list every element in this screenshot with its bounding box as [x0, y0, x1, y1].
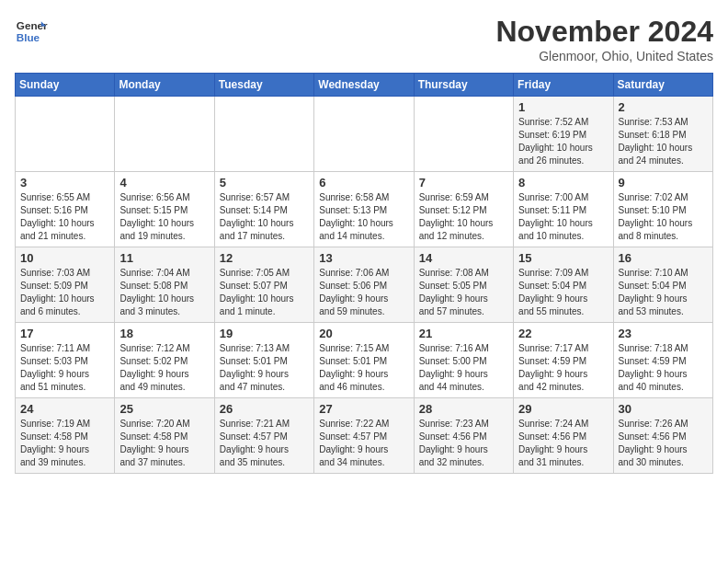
calendar-cell: 23Sunrise: 7:18 AM Sunset: 4:59 PM Dayli… [613, 323, 712, 398]
day-detail: Sunrise: 7:24 AM Sunset: 4:56 PM Dayligh… [518, 418, 608, 469]
day-number: 21 [419, 327, 508, 340]
day-number: 26 [220, 402, 309, 416]
day-detail: Sunrise: 6:55 AM Sunset: 5:16 PM Dayligh… [20, 191, 109, 243]
calendar-cell: 18Sunrise: 7:12 AM Sunset: 5:02 PM Dayli… [115, 323, 214, 398]
header-cell-saturday: Saturday [613, 74, 712, 97]
day-number: 23 [619, 327, 708, 340]
day-number: 17 [20, 327, 109, 340]
calendar-cell [414, 97, 513, 172]
calendar-cell: 27Sunrise: 7:22 AM Sunset: 4:57 PM Dayli… [314, 398, 414, 474]
calendar-cell: 21Sunrise: 7:16 AM Sunset: 5:00 PM Dayli… [414, 323, 513, 398]
day-detail: Sunrise: 7:13 AM Sunset: 5:01 PM Dayligh… [220, 342, 309, 394]
day-detail: Sunrise: 7:04 AM Sunset: 5:08 PM Dayligh… [119, 267, 209, 318]
calendar-week-4: 17Sunrise: 7:11 AM Sunset: 5:03 PM Dayli… [16, 323, 713, 398]
day-number: 6 [319, 176, 408, 190]
logo-icon: General Blue [15, 15, 48, 48]
header-cell-friday: Friday [514, 74, 613, 97]
calendar-cell: 1Sunrise: 7:52 AM Sunset: 6:19 PM Daylig… [514, 97, 613, 172]
calendar-cell: 5Sunrise: 6:57 AM Sunset: 5:14 PM Daylig… [214, 172, 313, 247]
header-cell-tuesday: Tuesday [214, 74, 313, 97]
header-cell-wednesday: Wednesday [314, 74, 414, 97]
day-number: 19 [220, 327, 309, 340]
day-number: 4 [119, 176, 209, 190]
calendar-cell: 7Sunrise: 6:59 AM Sunset: 5:12 PM Daylig… [414, 172, 513, 247]
day-number: 8 [518, 176, 608, 190]
calendar-cell: 14Sunrise: 7:08 AM Sunset: 5:05 PM Dayli… [414, 247, 513, 323]
calendar-cell: 22Sunrise: 7:17 AM Sunset: 4:59 PM Dayli… [514, 323, 613, 398]
header-cell-monday: Monday [115, 74, 214, 97]
month-title: November 2024 [495, 15, 713, 49]
day-number: 22 [518, 327, 608, 340]
calendar-cell: 20Sunrise: 7:15 AM Sunset: 5:01 PM Dayli… [314, 323, 414, 398]
day-number: 11 [119, 251, 209, 265]
day-number: 13 [319, 251, 408, 265]
day-detail: Sunrise: 7:10 AM Sunset: 5:04 PM Dayligh… [619, 267, 708, 318]
calendar-cell: 17Sunrise: 7:11 AM Sunset: 5:03 PM Dayli… [16, 323, 115, 398]
day-detail: Sunrise: 6:58 AM Sunset: 5:13 PM Dayligh… [319, 191, 408, 243]
day-detail: Sunrise: 6:57 AM Sunset: 5:14 PM Dayligh… [220, 191, 309, 243]
day-detail: Sunrise: 7:15 AM Sunset: 5:01 PM Dayligh… [319, 342, 408, 394]
day-detail: Sunrise: 7:09 AM Sunset: 5:04 PM Dayligh… [518, 267, 608, 318]
day-detail: Sunrise: 7:08 AM Sunset: 5:05 PM Dayligh… [419, 267, 508, 318]
day-detail: Sunrise: 7:00 AM Sunset: 5:11 PM Dayligh… [518, 191, 608, 243]
day-detail: Sunrise: 7:03 AM Sunset: 5:09 PM Dayligh… [20, 267, 109, 318]
day-detail: Sunrise: 7:23 AM Sunset: 4:56 PM Dayligh… [419, 418, 508, 469]
day-number: 20 [319, 327, 408, 340]
day-number: 24 [20, 402, 109, 416]
day-detail: Sunrise: 7:20 AM Sunset: 4:58 PM Dayligh… [119, 418, 209, 469]
calendar-week-5: 24Sunrise: 7:19 AM Sunset: 4:58 PM Dayli… [16, 398, 713, 474]
calendar-body: 1Sunrise: 7:52 AM Sunset: 6:19 PM Daylig… [16, 97, 713, 474]
day-detail: Sunrise: 7:06 AM Sunset: 5:06 PM Dayligh… [319, 267, 408, 318]
day-number: 9 [619, 176, 708, 190]
day-detail: Sunrise: 7:22 AM Sunset: 4:57 PM Dayligh… [319, 418, 408, 469]
day-number: 2 [619, 100, 708, 114]
day-number: 1 [518, 100, 608, 114]
day-detail: Sunrise: 7:52 AM Sunset: 6:19 PM Dayligh… [518, 116, 608, 167]
day-detail: Sunrise: 7:02 AM Sunset: 5:10 PM Dayligh… [619, 191, 708, 243]
calendar-cell: 28Sunrise: 7:23 AM Sunset: 4:56 PM Dayli… [414, 398, 513, 474]
day-detail: Sunrise: 7:19 AM Sunset: 4:58 PM Dayligh… [20, 418, 109, 469]
day-number: 29 [518, 402, 608, 416]
calendar-cell: 12Sunrise: 7:05 AM Sunset: 5:07 PM Dayli… [214, 247, 313, 323]
day-number: 3 [20, 176, 109, 190]
day-detail: Sunrise: 7:53 AM Sunset: 6:18 PM Dayligh… [619, 116, 708, 167]
day-number: 30 [619, 402, 708, 416]
calendar-week-1: 1Sunrise: 7:52 AM Sunset: 6:19 PM Daylig… [16, 97, 713, 172]
calendar-cell: 25Sunrise: 7:20 AM Sunset: 4:58 PM Dayli… [115, 398, 214, 474]
calendar-cell: 10Sunrise: 7:03 AM Sunset: 5:09 PM Dayli… [16, 247, 115, 323]
day-number: 10 [20, 251, 109, 265]
day-number: 12 [220, 251, 309, 265]
day-number: 18 [119, 327, 209, 340]
svg-text:Blue: Blue [17, 31, 40, 43]
calendar-cell: 24Sunrise: 7:19 AM Sunset: 4:58 PM Dayli… [16, 398, 115, 474]
day-detail: Sunrise: 6:59 AM Sunset: 5:12 PM Dayligh… [419, 191, 508, 243]
calendar-cell: 4Sunrise: 6:56 AM Sunset: 5:15 PM Daylig… [115, 172, 214, 247]
day-number: 5 [220, 176, 309, 190]
calendar-cell: 30Sunrise: 7:26 AM Sunset: 4:56 PM Dayli… [613, 398, 712, 474]
day-detail: Sunrise: 7:11 AM Sunset: 5:03 PM Dayligh… [20, 342, 109, 394]
calendar-cell [314, 97, 414, 172]
day-number: 16 [619, 251, 708, 265]
day-detail: Sunrise: 7:05 AM Sunset: 5:07 PM Dayligh… [220, 267, 309, 318]
header-cell-sunday: Sunday [16, 74, 115, 97]
calendar-cell: 13Sunrise: 7:06 AM Sunset: 5:06 PM Dayli… [314, 247, 414, 323]
calendar-cell: 16Sunrise: 7:10 AM Sunset: 5:04 PM Dayli… [613, 247, 712, 323]
day-number: 14 [419, 251, 508, 265]
title-block: November 2024 Glenmoor, Ohio, United Sta… [495, 15, 713, 63]
calendar-cell: 11Sunrise: 7:04 AM Sunset: 5:08 PM Dayli… [115, 247, 214, 323]
calendar-header-row: SundayMondayTuesdayWednesdayThursdayFrid… [16, 74, 713, 97]
day-detail: Sunrise: 7:21 AM Sunset: 4:57 PM Dayligh… [220, 418, 309, 469]
header: General Blue November 2024 Glenmoor, Ohi… [15, 15, 713, 63]
day-number: 28 [419, 402, 508, 416]
day-number: 7 [419, 176, 508, 190]
calendar-cell [115, 97, 214, 172]
calendar-cell: 29Sunrise: 7:24 AM Sunset: 4:56 PM Dayli… [514, 398, 613, 474]
day-detail: Sunrise: 7:12 AM Sunset: 5:02 PM Dayligh… [119, 342, 209, 394]
day-detail: Sunrise: 7:18 AM Sunset: 4:59 PM Dayligh… [619, 342, 708, 394]
calendar-cell: 19Sunrise: 7:13 AM Sunset: 5:01 PM Dayli… [214, 323, 313, 398]
day-detail: Sunrise: 7:17 AM Sunset: 4:59 PM Dayligh… [518, 342, 608, 394]
calendar-week-3: 10Sunrise: 7:03 AM Sunset: 5:09 PM Dayli… [16, 247, 713, 323]
calendar-cell: 9Sunrise: 7:02 AM Sunset: 5:10 PM Daylig… [613, 172, 712, 247]
calendar-cell: 6Sunrise: 6:58 AM Sunset: 5:13 PM Daylig… [314, 172, 414, 247]
logo: General Blue [15, 15, 48, 48]
